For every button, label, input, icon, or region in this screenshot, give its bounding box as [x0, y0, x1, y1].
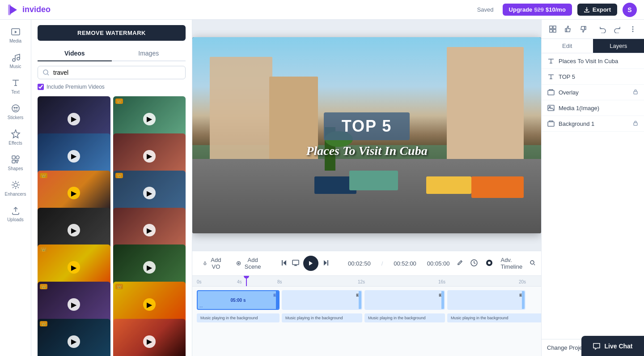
clip-resize-handle-3[interactable] [441, 291, 444, 309]
play-pause-button[interactable] [303, 256, 318, 271]
thumb-up-button[interactable] [562, 23, 574, 35]
current-time: 00:02:50 [348, 260, 371, 267]
redo-button[interactable] [612, 23, 623, 35]
music-icon [11, 52, 21, 62]
sidebar-item-music[interactable]: Music [2, 49, 29, 73]
layer-top5[interactable]: TOP 5 [542, 69, 644, 85]
sidebar-item-media[interactable]: Media [2, 23, 29, 47]
layer-top5-label: TOP 5 [559, 73, 575, 80]
play-icon-3: ▶ [68, 150, 80, 163]
export-button[interactable]: Export [577, 4, 617, 16]
add-scene-button[interactable]: Add Scene [233, 255, 266, 272]
edit-duration-button[interactable] [457, 260, 463, 267]
svg-point-8 [16, 156, 19, 159]
grid-button[interactable] [547, 23, 559, 35]
sidebar-item-text[interactable]: Text [2, 74, 29, 98]
sidebar-item-effects[interactable]: Effects [2, 125, 29, 149]
plus-icon [237, 260, 241, 266]
svg-point-29 [632, 31, 634, 32]
svg-point-20 [530, 261, 534, 264]
export-icon [584, 7, 590, 13]
upgrade-button[interactable]: Upgrade $29 $10/mo [503, 4, 572, 16]
clock-button[interactable] [470, 259, 478, 268]
tab-images[interactable]: Images [112, 46, 186, 61]
timeline-area[interactable]: 0s 4s 8s 12s 16s 20s ⊞ 05:00 s ... [192, 275, 541, 356]
sidebar-item-stickers[interactable]: Stickers [2, 100, 29, 124]
shapes-icon [11, 154, 21, 164]
sidebar-item-media-label: Media [9, 39, 21, 43]
playback-controls [280, 256, 330, 271]
music-track-1: Music playing in the background Music pl… [192, 313, 541, 323]
play-icon-10: ▶ [143, 261, 156, 274]
grid-icon [549, 25, 557, 33]
svg-point-27 [632, 26, 634, 28]
skip-forward-icon [322, 259, 330, 267]
sidebar-item-shapes[interactable]: Shapes [2, 151, 29, 175]
play-icon-11: ▶ [68, 298, 80, 311]
more-button[interactable] [627, 23, 639, 35]
lock-icon-bg1 [632, 120, 639, 128]
video-preview[interactable]: TOP 5 Places To Visit In Cuba [192, 37, 541, 233]
layer-media1-label: Media 1(Image) [559, 105, 599, 112]
svg-rect-22 [553, 26, 556, 29]
include-premium-checkbox-row: Include Premium Videos [38, 84, 186, 90]
clip-resize-handle-1[interactable] [276, 291, 279, 309]
video-thumb-14[interactable]: ▶ [113, 319, 186, 356]
adv-timeline-button[interactable]: Adv. Timeline [500, 257, 522, 270]
layer-media1[interactable]: Media 1(Image) [542, 100, 644, 116]
zoom-button[interactable] [530, 260, 536, 267]
svg-rect-23 [550, 30, 552, 32]
ruler-mark-16s: 16s [438, 279, 445, 284]
canvas-area: TOP 5 Places To Visit In Cuba Add VO Add… [192, 20, 541, 356]
layer-overlay[interactable]: Overlay [542, 85, 644, 100]
clip-resize-handle-4[interactable] [522, 291, 525, 309]
stickers-icon [11, 103, 21, 113]
tab-layers[interactable]: Layers [593, 39, 644, 53]
music-clip-2: Music playing in the background [282, 313, 362, 322]
enhancers-icon [11, 180, 21, 190]
sidebar-item-enhancers[interactable]: Enhancers [2, 176, 29, 200]
play-icon-13: ▶ [68, 335, 80, 348]
sidebar-item-uploads-label: Uploads [7, 217, 24, 222]
tab-edit[interactable]: Edit [542, 39, 593, 53]
svg-rect-25 [565, 29, 567, 32]
svg-rect-7 [12, 156, 15, 159]
include-premium-checkbox[interactable] [38, 84, 44, 90]
record-button[interactable] [485, 259, 493, 268]
sidebar-item-music-label: Music [9, 64, 21, 69]
play-icon-4: ▶ [143, 150, 156, 163]
search-input[interactable] [53, 69, 181, 76]
remove-watermark-button[interactable]: REMOVE WATERMARK [38, 25, 186, 41]
slideshow-button[interactable] [292, 259, 300, 268]
avatar[interactable]: S [623, 3, 637, 17]
sidebar-item-uploads[interactable]: Uploads [2, 202, 29, 226]
music-label-2: Music playing in the background [285, 316, 343, 320]
tab-videos[interactable]: Videos [38, 46, 112, 61]
clip-resize-handle-2[interactable] [359, 291, 361, 309]
svg-rect-15 [292, 260, 299, 265]
media-tabs: Videos Images [38, 46, 186, 61]
thumb-down-icon [579, 25, 587, 33]
svg-rect-10 [12, 160, 15, 163]
timeline-clip-4[interactable]: ⊞ [447, 290, 525, 310]
timeline-clip-3[interactable]: ⊞ [364, 290, 445, 310]
layer-bg1[interactable]: Background 1 [542, 116, 644, 132]
add-vo-button[interactable]: Add VO [199, 255, 226, 272]
skip-forward-button[interactable] [322, 259, 330, 268]
video-thumb-13[interactable]: 👑 ▶ [38, 319, 110, 356]
playhead[interactable] [246, 276, 247, 286]
svg-point-5 [12, 105, 19, 112]
logo[interactable]: invideo [7, 4, 51, 16]
undo-button[interactable] [597, 23, 608, 35]
playhead-handle [244, 275, 249, 279]
thumb-down-button[interactable] [577, 23, 589, 35]
logo-text: invideo [22, 5, 51, 14]
right-toolbar [542, 20, 644, 39]
timeline-clip-2[interactable]: ⊞ [282, 290, 362, 310]
live-chat-button[interactable]: Live Chat [581, 336, 644, 356]
record-icon [485, 259, 493, 267]
layer-title[interactable]: Places To Visit In Cuba [542, 53, 644, 69]
skip-back-button[interactable] [280, 259, 288, 268]
timeline-clip-1[interactable]: ⊞ 05:00 s ... [197, 290, 280, 310]
svg-point-11 [14, 183, 17, 187]
